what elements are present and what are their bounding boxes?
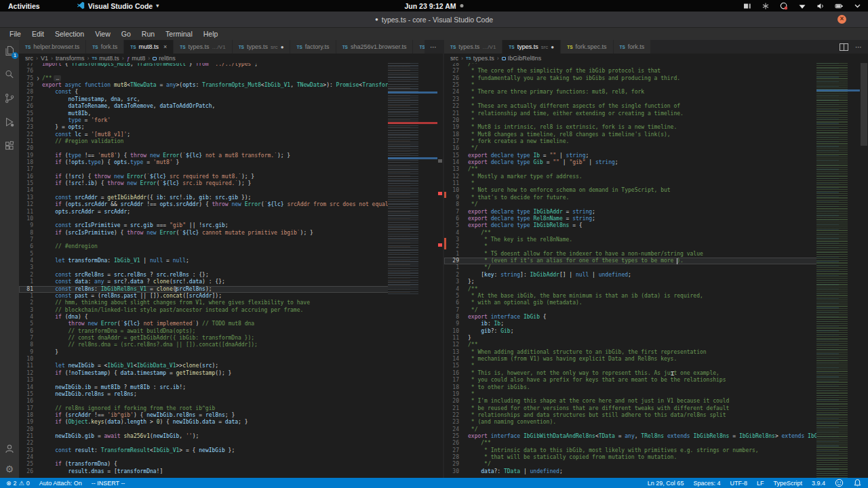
code-line[interactable]: 23 * (and naming convention).	[444, 419, 868, 426]
tab-mut8.ts[interactable]: TSmut8.ts×	[124, 40, 174, 54]
code-line[interactable]: 4 let transformDna: IbGib_V1 | null = nu…	[19, 258, 443, 264]
code-line[interactable]: 5export declare type IbGibRel8ns = {	[444, 222, 868, 229]
menu-file[interactable]: File	[4, 30, 26, 38]
tab-fork.ts[interactable]: TSfork.ts	[86, 40, 124, 54]
tab-types.ts[interactable]: TStypes.ts…/V1	[444, 40, 502, 54]
code-line[interactable]: 20 * I'm including this shape at the cor…	[444, 398, 868, 405]
code-line[interactable]: 3};	[444, 279, 868, 285]
code-line[interactable]: 15 *	[444, 363, 868, 369]
breadcrumb-item-types.ts[interactable]: TStypes.ts	[466, 55, 494, 62]
menu-help[interactable]: Help	[198, 30, 224, 38]
focused-app-menu[interactable]: Visual Studio Code ▾	[77, 1, 159, 11]
code-line[interactable]: 12 if (opts.srcAddr && srcAddr !== opts.…	[19, 201, 443, 208]
code-line[interactable]: 16 */	[444, 145, 868, 152]
code-line[interactable]: 22 * These are actually different aspect…	[444, 103, 868, 110]
code-line[interactable]: 13	[19, 377, 443, 384]
code-editor-right[interactable]: 28/**27 * The core of the simplicity of …	[444, 63, 868, 478]
code-line[interactable]: 16 if (!src) { throw new Error(`${lc} sr…	[19, 174, 443, 180]
code-line[interactable]: 13 * When adding additional structure to…	[444, 349, 868, 356]
code-line[interactable]: 5	[19, 251, 443, 258]
code-line[interactable]: 4/**	[444, 286, 868, 293]
scrollbar-slider[interactable]	[861, 63, 867, 146]
code-line[interactable]: 14	[19, 187, 443, 194]
screen-recorder-icon[interactable]	[780, 2, 788, 10]
code-line[interactable]: 1 const data: any = src?.data ? clone(sr…	[19, 279, 443, 285]
tab-types.ts[interactable]: TStypes.ts…/V1	[174, 40, 232, 54]
status-encoding[interactable]: UTF-8	[730, 480, 747, 487]
code-line[interactable]: 4 /**	[444, 230, 868, 237]
menu-selection[interactable]: Selection	[50, 30, 90, 38]
status-indentation[interactable]: Spaces: 4	[693, 480, 720, 487]
tab-fork.spec.ts[interactable]: TSfork.spec.ts	[561, 40, 613, 54]
code-line[interactable]: 15 newIbGib.rel8ns = rel8ns;	[19, 391, 443, 398]
breadcrumb-item-src[interactable]: src	[25, 55, 33, 62]
code-line[interactable]: 3 * The key is the rel8nName.	[444, 237, 868, 243]
breadcrumb-item-rel8ns[interactable]: rel8ns	[153, 55, 176, 62]
code-line[interactable]: 9 const srcIsPrimitive = src.gib === "gi…	[19, 222, 443, 229]
tab-fork.ts[interactable]: TSfork.ts	[614, 40, 652, 54]
run-debug-icon[interactable]	[3, 116, 16, 128]
code-line[interactable]: 20	[19, 145, 443, 152]
code-line[interactable]: 22	[19, 440, 443, 447]
tab-sha256v1.browser.ts[interactable]: TSsha256v1.browser.ts	[336, 40, 414, 54]
code-line[interactable]: 12 * Mostly a marker type of address.	[444, 174, 868, 180]
workspaces-icon[interactable]	[743, 2, 751, 10]
tab-close-icon[interactable]: ×	[163, 43, 167, 50]
activities-button[interactable]: Activities	[0, 0, 48, 12]
code-line[interactable]: 75❯/**…	[19, 75, 443, 82]
code-line[interactable]: 26 dataToRename, dataToRemove, dataToAdd…	[19, 103, 443, 110]
code-line[interactable]: 4 if (dna) {	[19, 314, 443, 321]
code-line[interactable]: 8 */	[444, 201, 868, 208]
code-line[interactable]: 7export declare type IbGibAddr = string;	[444, 209, 868, 216]
code-line[interactable]: 2 const srcRel8ns = src.rel8ns ? src.rel…	[19, 272, 443, 279]
code-line[interactable]: 17 * you could also have a prefix for ke…	[444, 377, 868, 384]
code-line[interactable]: 25 *	[444, 82, 868, 89]
menu-go[interactable]: Go	[116, 30, 136, 38]
code-line[interactable]: 28 * that will be statically copied from…	[444, 454, 868, 461]
code-line[interactable]: 23 } = opts;	[19, 124, 443, 131]
code-line[interactable]: 6 * with an optional gib (metadata).	[444, 300, 868, 306]
code-line[interactable]: 2 *	[444, 243, 868, 250]
breadcrumb-item-transforms[interactable]: transforms	[56, 55, 85, 62]
code-line[interactable]: 19 if (Object.keys(data).length > 0) { n…	[19, 419, 443, 426]
explorer-icon[interactable]: 1	[3, 45, 16, 57]
code-line[interactable]: 3	[19, 264, 443, 271]
source-control-icon[interactable]	[3, 92, 16, 104]
code-line[interactable]: 19 *	[444, 391, 868, 398]
menu-view[interactable]: View	[90, 30, 116, 38]
menu-edit[interactable]: Edit	[26, 30, 50, 38]
code-line[interactable]: 12 if (!noTimestamp) { data.timestamp = …	[19, 370, 443, 377]
search-icon[interactable]	[3, 68, 16, 81]
code-line[interactable]: 25export interface IbGibWithDataAndRel8n…	[444, 433, 868, 440]
clock-button[interactable]: Jun 23 9:12 AM	[404, 2, 463, 10]
code-line[interactable]: 16	[19, 398, 443, 405]
code-line[interactable]: 2 [key: string]: IbGibAddr[] | null | un…	[444, 272, 868, 279]
breadcrumb-item-mut8.ts[interactable]: TSmut8.ts	[92, 55, 119, 62]
code-line[interactable]: 19 * Mut8 is intrinsic, rel8 is extrinsi…	[444, 124, 868, 131]
split-editor-icon[interactable]	[839, 42, 849, 52]
code-line[interactable]: 18 if (srcAddr !== 'ib^gib') { newIbGib.…	[19, 412, 443, 419]
menu-terminal[interactable]: Terminal	[160, 30, 198, 38]
code-line[interactable]: 21 // #region validation	[19, 138, 443, 145]
code-line[interactable]: 8 if (srcIsPrimitive) { throw new Error(…	[19, 230, 443, 237]
code-line[interactable]: 23 const result: TransformResult<IbGib_V…	[19, 447, 443, 454]
code-line[interactable]: 27 * Intrinsic data to this ibGib, most …	[444, 447, 868, 454]
system-tray[interactable]	[743, 2, 868, 10]
code-line[interactable]: 21 * be reused for other versions that a…	[444, 405, 868, 412]
status-notifications[interactable]	[853, 479, 862, 487]
code-editor-left[interactable]: 77import { TransformOpts_Mut8, Transform…	[19, 63, 443, 478]
code-line[interactable]: 11 let newIbGib = <IbGib_V1<IbGibData_V1…	[19, 363, 443, 369]
code-line[interactable]: 24 * There are three primary functions: …	[444, 89, 868, 96]
tray-chevron-icon[interactable]	[854, 2, 861, 9]
code-line[interactable]: 26 * fundamentally you are taking two ib…	[444, 75, 868, 82]
code-line[interactable]: 12/**	[444, 342, 868, 348]
code-line[interactable]: 26 result.dnas = [transformDna!]	[19, 468, 443, 475]
code-line[interactable]: 13/**	[444, 166, 868, 173]
account-icon[interactable]	[3, 443, 16, 455]
code-line[interactable]: 11}	[444, 335, 868, 342]
code-line[interactable]: 19 if (type !== 'mut8') { throw new Erro…	[19, 152, 443, 159]
notifications-icon[interactable]	[853, 479, 862, 487]
code-line[interactable]: 25 mut8Ib,	[19, 110, 443, 117]
code-line[interactable]: 29 * (even if it's an alias for one of t…	[444, 258, 868, 264]
code-line[interactable]: 27 * The core of the simplicity of the i…	[444, 68, 868, 75]
